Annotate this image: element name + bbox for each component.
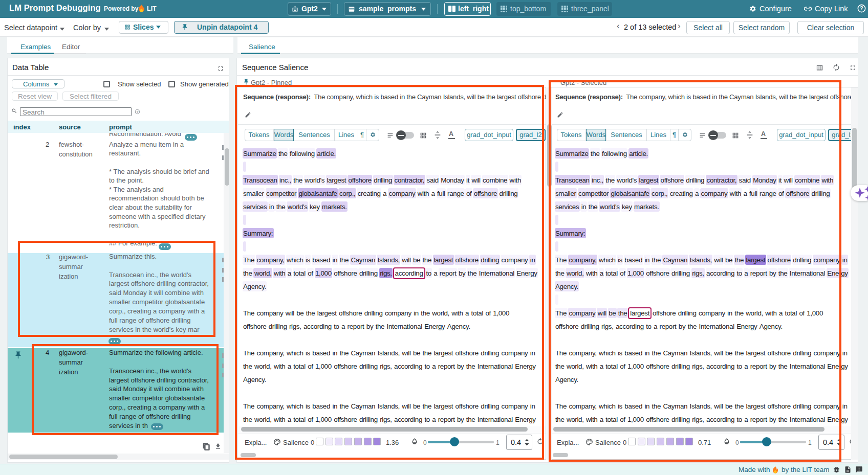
svg-text:?: ? bbox=[860, 6, 863, 11]
svg-text:?: ? bbox=[137, 110, 139, 114]
